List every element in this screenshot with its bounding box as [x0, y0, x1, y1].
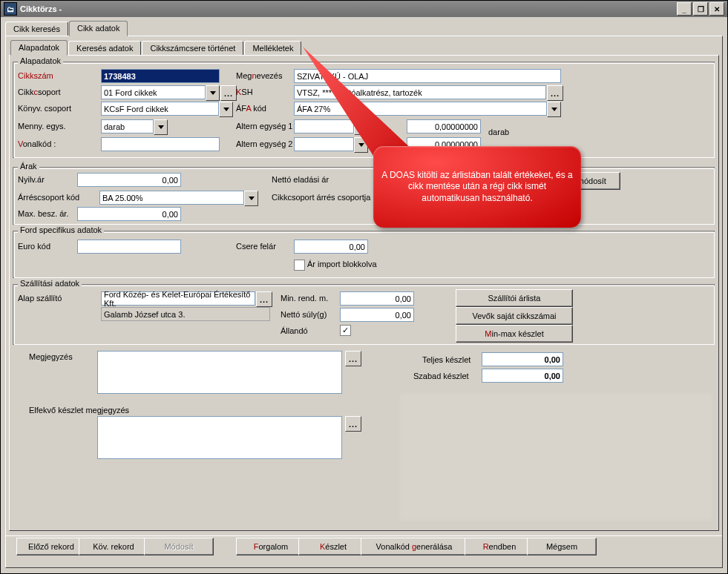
label-megnevezes: Megnevezés — [236, 71, 282, 80]
tab-cikkszamcsere[interactable]: Cikkszámcsere történet — [142, 41, 243, 56]
app-icon: 🗂 — [4, 2, 17, 16]
label-max-besz: Max. besz. ár. — [18, 209, 68, 218]
field-cserefelar[interactable]: 0,00 — [294, 240, 368, 254]
combo-arrescsoport[interactable]: BA 25.00% — [99, 191, 258, 206]
textarea-megjegyzes[interactable] — [97, 351, 342, 394]
field-netto-suly[interactable]: 0,00 — [340, 308, 414, 322]
group-szallitas: Szállítási adatok Alap szállító Ford Köz… — [13, 284, 715, 345]
button-elozo-rekord[interactable]: Előző rekord — [16, 538, 86, 555]
button-szallitoi-arlista[interactable]: Szállítói árlista — [456, 289, 573, 307]
chevron-down-icon[interactable] — [206, 85, 220, 101]
label-min-rend: Min. rend. m. — [281, 294, 328, 303]
field-szallito-addr: Galamb József utca 3. — [101, 307, 270, 321]
chevron-down-icon[interactable] — [547, 102, 561, 117]
label-konyvcsoport: Könyv. csoport — [18, 104, 71, 113]
label-mennyegys: Menny. egys. — [18, 122, 66, 131]
button-megsem[interactable]: Mégsem — [527, 538, 597, 555]
button-kov-rekord[interactable]: Köv. rekord — [79, 538, 148, 555]
label-eurokod: Euro kód — [18, 242, 50, 251]
tab-cikk-kereses[interactable]: Cikk keresés — [5, 22, 68, 36]
combo-mennyegys[interactable]: darab — [101, 119, 168, 135]
label-altern1: Altern egység 1 — [236, 122, 292, 131]
lookup-cikkcsoport[interactable]: ... — [220, 85, 237, 101]
label-afa: ÁFA kód — [236, 104, 266, 113]
label-arrescsoport: Árréscsoport kód — [18, 193, 79, 202]
lookup-alap-szallito[interactable]: ... — [256, 291, 272, 307]
label-megjegyzes: Megjegyzés — [29, 352, 73, 361]
main-tabstrip: Cikk keresés Cikk adatok — [1, 17, 727, 36]
tab-cikk-adatok[interactable]: Cikk adatok — [69, 21, 128, 36]
lookup-elfekvo[interactable]: ... — [345, 416, 361, 432]
tab-alapadatok[interactable]: Alapadatok — [10, 40, 68, 56]
button-modosit: Módosít — [144, 538, 214, 555]
legend-szallitas: Szállítási adatok — [18, 279, 82, 288]
field-teljes-keszlet: 0,00 — [482, 352, 563, 366]
field-szabad-keszlet: 0,00 — [482, 369, 563, 383]
combo-konyvcsoport[interactable]: KCsF Ford cikkek — [101, 102, 233, 117]
label-ar-import-blokkolva: Ár import blokkolva — [307, 260, 377, 268]
callout-bubble: A DOAS kitölti az árlistában talált érté… — [373, 146, 581, 228]
label-alap-szallito: Alap szállító — [18, 294, 62, 303]
button-forgalom[interactable]: Forgalom — [236, 538, 306, 555]
combo-cikkcsoport[interactable]: 01 Ford cikkek — [101, 85, 220, 101]
close-button[interactable]: ✕ — [709, 2, 724, 16]
button-rendben[interactable]: Rendben — [465, 538, 534, 555]
legend-alapadatok[interactable]: Alapadatok — [18, 56, 63, 65]
window-title: Cikktörzs - — [20, 4, 62, 13]
blurred-panel — [400, 394, 712, 520]
maximize-button[interactable]: ❐ — [693, 2, 708, 16]
label-nyilvar: Nyilv.ár — [18, 175, 45, 184]
label-cserefelar: Csere felár — [236, 242, 276, 251]
chevron-down-icon[interactable] — [154, 119, 168, 135]
chevron-down-icon[interactable] — [219, 102, 233, 117]
legend-arak: Árak — [18, 162, 39, 171]
chevron-down-icon[interactable] — [244, 191, 258, 206]
label-cikkszam: Cikkszám — [18, 71, 53, 80]
field-alap-szallito[interactable]: Ford Közép- és Kelet-Európai Értékesítő … — [101, 291, 255, 306]
label-netto-suly: Nettó súly(g) — [281, 310, 327, 319]
button-keszlet[interactable]: Készlet — [298, 538, 368, 555]
callout-text: A DOAS kitölti az árlistában talált érté… — [381, 170, 574, 205]
button-vonalkod-gen[interactable]: Vonalkód generálása — [361, 538, 468, 555]
field-nyilvar[interactable]: 0,00 — [77, 173, 181, 187]
lookup-ksh[interactable]: ... — [547, 85, 563, 101]
field-cikkszam[interactable]: 1738483 — [101, 69, 220, 83]
label-ksh: KSH — [236, 88, 253, 96]
lookup-megjegyzes[interactable]: ... — [345, 351, 361, 366]
label-vonalkod: Vonalkód : — [18, 139, 56, 148]
checkbox-ar-import-blokkolva[interactable] — [294, 260, 305, 271]
field-eurokod[interactable] — [77, 240, 181, 254]
field-min-rend[interactable]: 0,00 — [340, 291, 414, 306]
label-altern2: Altern egység 2 — [236, 139, 292, 148]
field-max-besz[interactable]: 0,00 — [77, 207, 181, 221]
label-szabad-keszlet: Szabad készlet — [413, 372, 469, 380]
group-ford: Ford specifikus adatok Euro kód Csere fe… — [13, 231, 715, 278]
button-vevok-cikkszamai[interactable]: Vevők saját cikkszámai — [456, 307, 573, 325]
checkbox-allando[interactable] — [340, 325, 351, 336]
tab-mellekletek[interactable]: Mellékletek — [244, 41, 301, 56]
textarea-elfekvo[interactable] — [97, 416, 342, 459]
label-teljes-keszlet: Teljes készlet — [422, 355, 470, 364]
field-vonalkod[interactable] — [101, 137, 220, 151]
label-altern-unit: darab — [488, 128, 509, 136]
tab-kereses-adatok[interactable]: Keresés adatok — [68, 41, 141, 56]
titlebar: 🗂 Cikktörzs - _ ❐ ✕ — [1, 1, 727, 17]
button-minmax-keszlet[interactable]: Min-max készlet — [456, 325, 573, 343]
label-cikkcsoport: Cikkcsoport — [18, 88, 60, 96]
minimize-button[interactable]: _ — [677, 2, 692, 16]
legend-ford: Ford specifikus adatok — [18, 225, 104, 234]
label-allando: Állandó — [281, 326, 308, 335]
label-elfekvo: Elfekvő készlet megjegyzés — [29, 406, 129, 415]
